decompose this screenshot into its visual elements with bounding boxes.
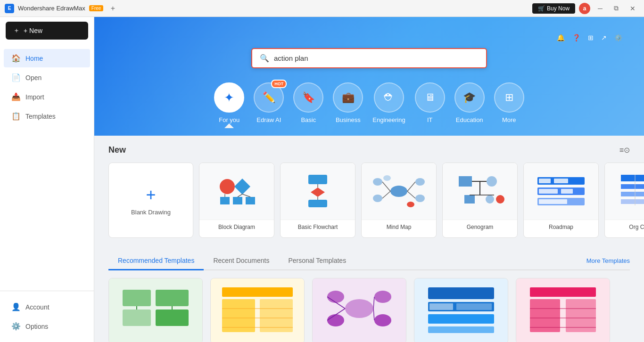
svg-point-30 (496, 195, 504, 204)
main-content: New ≡⊙ + Blank Drawing (94, 136, 644, 342)
tab-recent[interactable]: Recent Documents (204, 252, 279, 270)
sidebar-item-import[interactable]: 📥 Import (4, 88, 90, 106)
sidebar: ＋ + New 🏠 Home 📄 Open 📥 Import 📋 Templat… (0, 17, 94, 342)
svg-rect-10 (308, 200, 327, 207)
search-box[interactable]: 🔍 action plan (251, 48, 487, 68)
minimize-button[interactable]: ─ (594, 3, 606, 14)
sidebar-bottom: 👤 Account ⚙️ Options (0, 291, 94, 342)
category-circle-edraw-ai: ✏️ HOT (254, 82, 284, 113)
category-circle-more: ⊞ (494, 82, 524, 113)
blank-plus-icon: + (146, 185, 156, 205)
sidebar-item-options[interactable]: ⚙️ Options (4, 317, 90, 335)
search-icon: 🔍 (260, 54, 269, 63)
basic-flowchart-card[interactable]: Basic Flowchart (280, 163, 355, 238)
category-basic[interactable]: 🔖 Basic (293, 82, 323, 136)
svg-rect-44 (621, 199, 644, 204)
business-icon: 💼 (342, 91, 355, 104)
svg-line-6 (238, 194, 242, 197)
new-section-title: New (108, 145, 126, 155)
sidebar-item-templates[interactable]: 📋 Templates (4, 107, 90, 125)
engineering-icon: ⛑ (384, 91, 394, 104)
blank-label: Blank Drawing (131, 209, 171, 216)
tab-personal[interactable]: Personal Templates (279, 252, 355, 270)
hero-banner: 🔔 ❓ ⊞ ↗ ⚙️ → 🔍 action plan (94, 17, 644, 136)
org-chart-card[interactable]: Org Cha... (604, 163, 644, 238)
settings-button[interactable]: ⚙️ (611, 31, 625, 44)
category-business[interactable]: 💼 Business (333, 82, 363, 136)
svg-rect-48 (123, 309, 151, 326)
sidebar-nav: 🏠 Home 📄 Open 📥 Import 📋 Templates (0, 44, 94, 291)
rec-card-1[interactable] (108, 278, 203, 342)
search-arrow: → (94, 52, 96, 65)
rec-card-4[interactable] (414, 278, 508, 342)
qr-button[interactable]: ⊞ (585, 31, 596, 44)
sidebar-item-home[interactable]: 🏠 Home (4, 49, 90, 67)
sidebar-item-open[interactable]: 📄 Open (4, 68, 90, 87)
user-avatar[interactable]: a (579, 3, 590, 14)
app-logo: E (5, 4, 14, 13)
rec-thumb-2 (211, 278, 304, 342)
svg-rect-2 (220, 197, 230, 204)
restore-button[interactable]: ⧉ (610, 2, 622, 14)
category-circle-business: 💼 (333, 82, 363, 113)
svg-point-17 (415, 195, 425, 202)
more-templates-link[interactable]: More Templates (586, 252, 630, 269)
category-more[interactable]: ⊞ More (494, 82, 524, 136)
category-it[interactable]: 🖥 IT (415, 82, 445, 136)
roadmap-card[interactable]: Roadmap (523, 163, 599, 238)
svg-line-7 (242, 194, 250, 197)
category-label-more: More (502, 116, 516, 123)
rec-card-2[interactable] (210, 278, 305, 342)
help-button[interactable]: ❓ (570, 31, 583, 44)
category-for-you[interactable]: ✦ For you (214, 82, 244, 136)
category-education[interactable]: 🎓 Education (454, 82, 485, 136)
svg-point-60 (327, 291, 344, 303)
active-indicator (224, 123, 234, 128)
notification-button[interactable]: 🔔 (554, 31, 568, 44)
rec-thumb-4 (414, 278, 508, 342)
category-edraw-ai[interactable]: ✏️ HOT Edraw AI (254, 82, 284, 136)
org-chart-thumb (605, 163, 644, 220)
genogram-card[interactable]: Genogram (442, 163, 518, 238)
svg-point-25 (487, 176, 497, 187)
svg-rect-38 (539, 189, 558, 194)
basic-flowchart-thumb (281, 163, 355, 220)
category-circle-engineering: ⛑ (374, 82, 404, 113)
block-diagram-svg (213, 172, 260, 210)
genogram-label: Genogram (443, 220, 517, 234)
mind-map-label: Mind Map (362, 220, 436, 234)
cart-icon: 🛒 (538, 5, 545, 12)
genogram-svg (454, 172, 506, 210)
svg-rect-37 (554, 179, 568, 183)
filter-icon[interactable]: ≡⊙ (619, 146, 630, 155)
new-tab-button[interactable]: + (107, 3, 118, 14)
svg-point-61 (374, 291, 391, 303)
category-label-for-you: For you (219, 116, 239, 123)
svg-rect-53 (222, 287, 293, 297)
close-button[interactable]: ✕ (626, 3, 639, 14)
rec-card-3[interactable] (312, 278, 406, 342)
blank-drawing-card[interactable]: + Blank Drawing (108, 163, 193, 238)
search-input[interactable]: action plan (274, 54, 479, 62)
org-chart-svg (619, 172, 644, 210)
edraw-ai-icon: ✏️ (263, 91, 275, 104)
org-chart-label: Org Cha... (605, 220, 644, 234)
header-icons: 🔔 ❓ ⊞ ↗ ⚙️ (113, 31, 625, 44)
svg-rect-40 (539, 199, 567, 204)
share-button[interactable]: ↗ (598, 31, 610, 44)
rec-card-5[interactable] (516, 278, 610, 342)
svg-point-18 (383, 175, 391, 181)
category-engineering[interactable]: ⛑ Engineering (372, 82, 405, 136)
svg-point-63 (374, 314, 391, 326)
svg-rect-4 (246, 197, 255, 204)
mind-map-card[interactable]: Mind Map (361, 163, 437, 238)
rec-thumb-3 (313, 278, 406, 342)
roadmap-label: Roadmap (524, 220, 598, 234)
tab-recommended[interactable]: Recommended Templates (108, 252, 204, 270)
buy-now-button[interactable]: 🛒 Buy Now (532, 3, 575, 14)
account-icon: 👤 (11, 302, 21, 311)
new-button[interactable]: ＋ + New (6, 22, 88, 40)
block-diagram-card[interactable]: Block Diagram (199, 163, 274, 238)
sidebar-item-account[interactable]: 👤 Account (4, 298, 90, 316)
category-label-engineering: Engineering (372, 116, 405, 123)
